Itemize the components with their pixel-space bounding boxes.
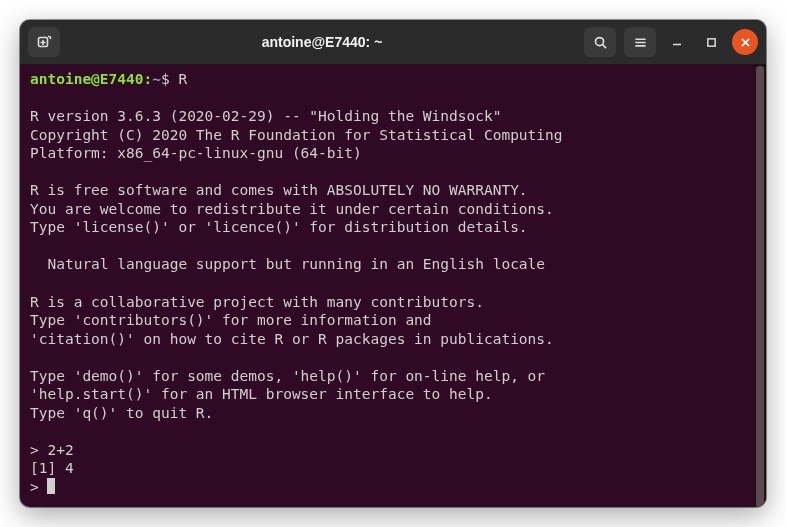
svg-point-1 bbox=[595, 37, 603, 45]
r-prompt: > bbox=[30, 479, 47, 495]
new-tab-icon bbox=[36, 34, 52, 50]
output-line: Type 'q()' to quit R. bbox=[30, 405, 213, 421]
output-line: R is free software and comes with ABSOLU… bbox=[30, 182, 528, 198]
output-line: 'help.start()' for an HTML browser inter… bbox=[30, 386, 493, 402]
maximize-button[interactable] bbox=[698, 29, 724, 55]
scrollbar[interactable] bbox=[754, 64, 766, 507]
search-icon bbox=[593, 35, 608, 50]
close-icon bbox=[740, 37, 751, 48]
minimize-button[interactable] bbox=[664, 29, 690, 55]
output-line: 'citation()' on how to cite R or R packa… bbox=[30, 331, 554, 347]
output-line: Type 'contributors()' for more informati… bbox=[30, 312, 432, 328]
prompt-dollar: $ bbox=[161, 71, 178, 87]
hamburger-icon bbox=[633, 35, 648, 50]
minimize-icon bbox=[671, 36, 683, 48]
terminal-window: antoine@E7440: ~ bbox=[20, 20, 766, 507]
output-line: Type 'demo()' for some demos, 'help()' f… bbox=[30, 368, 545, 384]
output-line: Type 'license()' or 'licence()' for dist… bbox=[30, 219, 528, 235]
cursor bbox=[47, 478, 55, 494]
prompt-path: ~ bbox=[152, 71, 161, 87]
output-line: > 2+2 bbox=[30, 442, 74, 458]
output-line: [1] 4 bbox=[30, 460, 74, 476]
output-line: R is a collaborative project with many c… bbox=[30, 294, 484, 310]
titlebar: antoine@E7440: ~ bbox=[20, 20, 766, 64]
output-line: Platform: x86_64-pc-linux-gnu (64-bit) bbox=[30, 145, 362, 161]
typed-command: R bbox=[178, 71, 187, 87]
search-button[interactable] bbox=[584, 27, 616, 57]
prompt-user-host: antoine@E7440 bbox=[30, 71, 144, 87]
close-button[interactable] bbox=[732, 29, 758, 55]
output-line: You are welcome to redistribute it under… bbox=[30, 201, 554, 217]
svg-rect-2 bbox=[707, 38, 714, 45]
menu-button[interactable] bbox=[624, 27, 656, 57]
maximize-icon bbox=[706, 37, 717, 48]
prompt-colon: : bbox=[144, 71, 153, 87]
scrollbar-thumb[interactable] bbox=[756, 66, 764, 507]
output-line: Natural language support but running in … bbox=[30, 256, 545, 272]
output-line: Copyright (C) 2020 The R Foundation for … bbox=[30, 127, 563, 143]
window-title: antoine@E7440: ~ bbox=[68, 34, 576, 50]
terminal-output[interactable]: antoine@E7440:~$ R R version 3.6.3 (2020… bbox=[20, 64, 754, 507]
output-line: R version 3.6.3 (2020-02-29) -- "Holding… bbox=[30, 108, 501, 124]
new-tab-button[interactable] bbox=[28, 27, 60, 57]
